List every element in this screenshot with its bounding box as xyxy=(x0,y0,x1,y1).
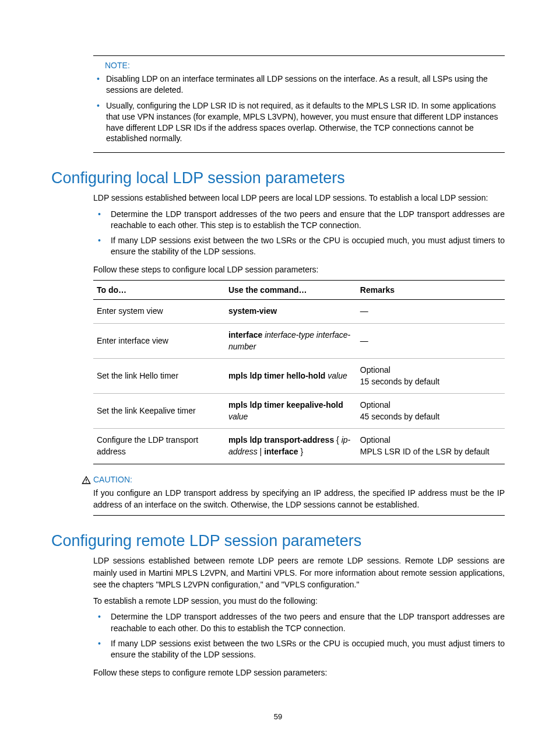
table-cell-todo: Set the link Hello timer xyxy=(93,359,225,394)
section2-bullets: Determine the LDP transport addresses of… xyxy=(93,611,505,660)
table-cell-todo: Enter interface view xyxy=(93,323,225,358)
page-number: 59 xyxy=(0,712,556,721)
section2-intro: LDP sessions established between remote … xyxy=(93,555,505,590)
section-heading-local: Configuring local LDP session parameters xyxy=(51,169,505,187)
table-cell-remarks: Optional15 seconds by default xyxy=(357,359,505,394)
list-item: Determine the LDP transport addresses of… xyxy=(93,611,505,634)
table-cell-cmd: mpls ldp timer keepalive-hold value xyxy=(225,394,357,429)
table-cell-cmd: interface interface-type interface-numbe… xyxy=(225,323,357,358)
table-cell-cmd: mpls ldp transport-address { ip-address … xyxy=(225,429,357,464)
table-cell-todo: Enter system view xyxy=(93,300,225,324)
section1-intro: LDP sessions established between local L… xyxy=(93,192,505,204)
table-row: Set the link Hello timer mpls ldp timer … xyxy=(93,359,505,394)
section-heading-remote: Configuring remote LDP session parameter… xyxy=(51,532,505,550)
section1-bullets: Determine the LDP transport addresses of… xyxy=(93,209,505,258)
table-header: Remarks xyxy=(357,281,505,300)
table-cell-cmd: system-view xyxy=(225,300,357,324)
table-header: Use the command… xyxy=(225,281,357,300)
table-row: Enter interface view interface interface… xyxy=(93,323,505,358)
list-item: If many LDP sessions exist between the t… xyxy=(93,638,505,661)
section2-lead: To establish a remote LDP session, you m… xyxy=(93,595,505,607)
note-box: NOTE: Disabling LDP on an interface term… xyxy=(93,55,505,153)
caution-text: If you configure an LDP transport addres… xyxy=(93,487,505,511)
table-cell-remarks: — xyxy=(357,323,505,358)
svg-point-1 xyxy=(86,482,86,482)
table-row: Configure the LDP transport address mpls… xyxy=(93,429,505,464)
section1-lead: Follow these steps to configure local LD… xyxy=(93,264,505,275)
table-cell-todo: Set the link Keepalive timer xyxy=(93,394,225,429)
list-item: Determine the LDP transport addresses of… xyxy=(93,209,505,232)
table-cell-remarks: Optional45 seconds by default xyxy=(357,394,505,429)
table-cell-remarks: OptionalMPLS LSR ID of the LSR by defaul… xyxy=(357,429,505,464)
table-row: Set the link Keepalive timer mpls ldp ti… xyxy=(93,394,505,429)
note-label: NOTE: xyxy=(105,61,505,70)
list-item: If many LDP sessions exist between the t… xyxy=(93,235,505,258)
warning-icon xyxy=(82,475,91,485)
content-area: NOTE: Disabling LDP on an interface term… xyxy=(93,55,505,678)
table-header-row: To do… Use the command… Remarks xyxy=(93,281,505,300)
caution-header: CAUTION: xyxy=(82,475,505,485)
caution-box: CAUTION: If you configure an LDP transpo… xyxy=(93,475,505,516)
table-cell-remarks: — xyxy=(357,300,505,324)
caution-label: CAUTION: xyxy=(93,475,132,484)
note-list: Disabling LDP on an interface terminates… xyxy=(93,74,505,144)
table-header: To do… xyxy=(93,281,225,300)
note-item: Usually, configuring the LDP LSR ID is n… xyxy=(93,100,505,145)
section2-trail: Follow these steps to configure remote L… xyxy=(93,667,505,678)
page: NOTE: Disabling LDP on an interface term… xyxy=(0,0,556,756)
table-cell-todo: Configure the LDP transport address xyxy=(93,429,225,464)
table-cell-cmd: mpls ldp timer hello-hold value xyxy=(225,359,357,394)
table-row: Enter system view system-view — xyxy=(93,300,505,324)
note-item: Disabling LDP on an interface terminates… xyxy=(93,74,505,96)
config-table: To do… Use the command… Remarks Enter sy… xyxy=(93,280,505,464)
